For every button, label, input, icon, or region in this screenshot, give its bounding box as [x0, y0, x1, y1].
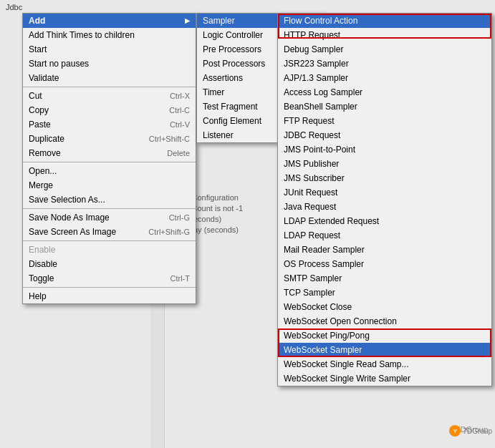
sampler-item-ldap-extended[interactable]: LDAP Extended Request [278, 214, 491, 228]
sampler-submenu: Flow Control Action HTTP Request Debug S… [277, 13, 492, 386]
menu-item-validate[interactable]: Validate [23, 71, 196, 85]
sampler-item-debug[interactable]: Debug Sampler [278, 42, 491, 57]
sampler-item-ws-single-write[interactable]: WebSocket Single Write Sampler [278, 371, 491, 386]
submenu-arrow-add: ▶ [185, 17, 190, 24]
menu-item-start[interactable]: Start [23, 42, 196, 57]
sampler-item-ftp[interactable]: FTP Request [278, 114, 491, 128]
shortcut-save-node: Ctrl-G [169, 213, 190, 222]
menu-item-open[interactable]: Open... [23, 164, 196, 178]
ydgroup-watermark: Y 7DGroup [449, 425, 492, 437]
ws-ping-pong-container: WebSocket Ping/Pong WebSocket Sampler [278, 328, 491, 357]
shortcut-copy: Ctrl-C [169, 106, 190, 115]
sampler-item-os-process[interactable]: OS Process Sampler [278, 257, 491, 271]
separator-5 [23, 287, 196, 288]
shortcut-toggle: Ctrl-T [170, 274, 191, 283]
menu-item-disable[interactable]: Disable [23, 257, 196, 271]
separator-2 [23, 162, 196, 162]
sampler-item-ajp[interactable]: AJP/1.3 Sampler [278, 71, 491, 85]
sampler-item-ws-ping[interactable]: WebSocket Ping/Pong [278, 328, 491, 343]
sampler-item-jdbc[interactable]: JDBC Request [278, 128, 491, 142]
shortcut-cut: Ctrl-X [170, 92, 190, 100]
sampler-item-jms-subscriber[interactable]: JMS Subscriber [278, 171, 491, 185]
main-context-menu: Add ▶ Add Think Times to children Start … [22, 13, 196, 304]
sampler-item-junit[interactable]: JUnit Request [278, 185, 491, 200]
sampler-item-http[interactable]: HTTP Request [278, 28, 491, 42]
menu-item-toggle[interactable]: Toggle Ctrl-T [23, 271, 196, 286]
sampler-item-ws-close[interactable]: WebSocket Close [278, 300, 491, 314]
ydgroup-icon: Y [449, 425, 461, 437]
sampler-item-ws-sampler[interactable]: WebSocket Sampler [278, 343, 491, 357]
separator-4 [23, 240, 196, 241]
menu-item-merge[interactable]: Merge [23, 178, 196, 193]
menu-item-copy[interactable]: Copy Ctrl-C [23, 103, 196, 117]
sampler-item-access-log[interactable]: Access Log Sampler [278, 85, 491, 99]
sampler-item-ws-single-read[interactable]: WebSocket Single Read Samp... [278, 357, 491, 371]
sampler-item-jms-publisher[interactable]: JMS Publisher [278, 157, 491, 171]
sampler-item-ldap[interactable]: LDAP Request [278, 228, 491, 243]
sampler-item-ws-open[interactable]: WebSocket Open Connection [278, 314, 491, 328]
menu-item-paste[interactable]: Paste Ctrl-V [23, 117, 196, 132]
jdbc-label: Jdbc [6, 3, 22, 11]
separator-3 [23, 208, 196, 209]
sampler-item-flow-control[interactable]: Flow Control Action [278, 14, 491, 28]
sampler-item-smtp[interactable]: SMTP Sampler [278, 271, 491, 286]
shortcut-remove: Delete [167, 149, 190, 157]
separator-1 [23, 87, 196, 87]
shortcut-paste: Ctrl-V [170, 120, 190, 129]
sampler-item-jsr223[interactable]: JSR223 Sampler [278, 57, 491, 71]
menu-item-remove[interactable]: Remove Delete [23, 146, 196, 160]
menu-item-save-node[interactable]: Save Node As Image Ctrl-G [23, 210, 196, 225]
menu-item-enable: Enable [23, 243, 196, 257]
sampler-item-jms-point[interactable]: JMS Point-to-Point [278, 142, 491, 157]
menu-item-start-no-pauses[interactable]: Start no pauses [23, 57, 196, 71]
sampler-item-java[interactable]: Java Request [278, 200, 491, 214]
menu-item-add[interactable]: Add ▶ [23, 14, 196, 28]
menu-item-help[interactable]: Help [23, 289, 196, 303]
menu-item-save-selection[interactable]: Save Selection As... [23, 193, 196, 207]
menu-item-duplicate[interactable]: Duplicate Ctrl+Shift-C [23, 132, 196, 146]
sampler-item-tcp[interactable]: TCP Sampler [278, 286, 491, 300]
menu-item-add-think-times[interactable]: Add Think Times to children [23, 28, 196, 42]
sampler-item-mail[interactable]: Mail Reader Sampler [278, 243, 491, 257]
shortcut-duplicate: Ctrl+Shift-C [149, 135, 190, 143]
menu-item-cut[interactable]: Cut Ctrl-X [23, 89, 196, 103]
sampler-item-beanshell[interactable]: BeanShell Sampler [278, 99, 491, 114]
menu-item-save-screen[interactable]: Save Screen As Image Ctrl+Shift-G [23, 225, 196, 239]
shortcut-save-screen: Ctrl+Shift-G [148, 228, 190, 236]
